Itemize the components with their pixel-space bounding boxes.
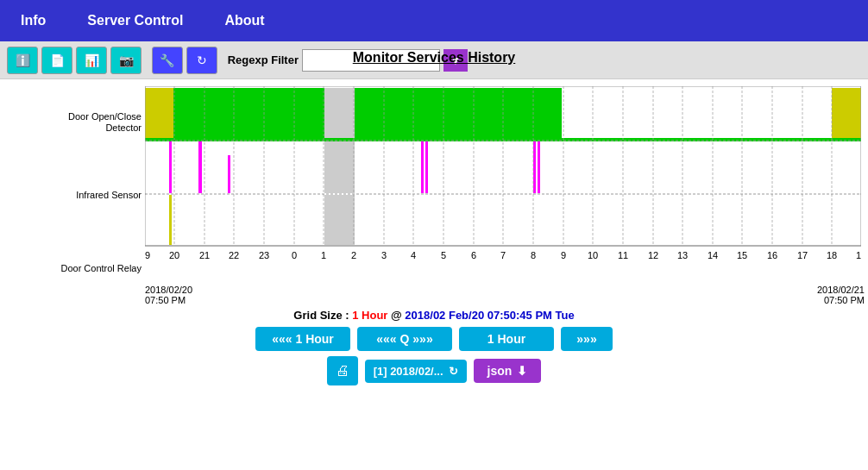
download-icon: ⬇ — [517, 364, 527, 378]
svg-text:8: 8 — [531, 250, 536, 260]
svg-rect-15 — [538, 141, 540, 193]
svg-text:15: 15 — [737, 250, 747, 260]
right-timestamp: 2018/02/2107:50 PM — [817, 285, 865, 305]
svg-text:22: 22 — [229, 250, 239, 260]
svg-text:16: 16 — [767, 250, 777, 260]
y-label-door-detector: Door Open/CloseDetector — [7, 99, 142, 147]
y-label-relay: Door Control Relay — [7, 245, 142, 292]
svg-text:11: 11 — [618, 250, 628, 260]
json-download-button[interactable]: json ⬇ — [474, 359, 542, 383]
svg-rect-19 — [169, 195, 172, 245]
grid-size-label: Grid Size : — [293, 309, 352, 322]
svg-text:6: 6 — [471, 250, 476, 260]
date-selector-button[interactable]: [1] 2018/02/... ↻ — [365, 360, 467, 383]
svg-text:5: 5 — [441, 250, 446, 260]
chart-area: 19 20 21 22 23 0 1 2 3 4 5 6 7 8 9 10 11 — [145, 86, 865, 305]
date-refresh-icon: ↻ — [449, 365, 458, 378]
svg-rect-16 — [324, 141, 355, 193]
nav-about[interactable]: About — [217, 9, 271, 32]
export-controls: 🖨 [1] 2018/02/... ↻ json ⬇ — [327, 356, 542, 385]
svg-text:4: 4 — [411, 250, 416, 260]
svg-rect-5 — [832, 88, 861, 138]
next-hour-label-button[interactable]: 1 Hour — [459, 327, 554, 351]
svg-text:12: 12 — [648, 250, 658, 260]
svg-text:17: 17 — [797, 250, 808, 260]
top-navigation: Info Server Control About — [0, 0, 868, 41]
nav-info[interactable]: Info — [14, 9, 53, 32]
svg-text:21: 21 — [199, 250, 210, 260]
svg-rect-11 — [228, 155, 230, 193]
print-button[interactable]: 🖨 — [327, 356, 358, 385]
json-label: json — [487, 364, 513, 378]
svg-rect-10 — [198, 141, 202, 193]
grid-size-value: 1 Hour — [352, 309, 387, 322]
svg-text:19: 19 — [856, 250, 861, 260]
svg-rect-4 — [355, 88, 527, 138]
svg-text:3: 3 — [381, 250, 387, 260]
date-selector-label: [1] 2018/02/... — [374, 365, 443, 378]
svg-text:20: 20 — [169, 250, 179, 260]
history-chart: 19 20 21 22 23 0 1 2 3 4 5 6 7 8 9 10 11 — [145, 86, 861, 280]
svg-text:14: 14 — [708, 250, 718, 260]
svg-text:1: 1 — [321, 250, 326, 260]
navigation-controls: ««« 1 Hour ««« Q »»» 1 Hour »»» — [255, 327, 613, 351]
svg-text:10: 10 — [588, 250, 598, 260]
y-label-infrared: Infrared Sensor — [7, 172, 142, 219]
svg-text:23: 23 — [259, 250, 269, 260]
svg-rect-9 — [169, 141, 172, 193]
zoom-button[interactable]: ««« Q »»» — [357, 327, 452, 351]
nav-server-control[interactable]: Server Control — [80, 9, 190, 32]
svg-rect-12 — [421, 141, 424, 193]
y-axis-labels: Door Open/CloseDetector Infrared Sensor … — [7, 86, 145, 305]
svg-text:18: 18 — [827, 250, 837, 260]
svg-text:13: 13 — [677, 250, 688, 260]
grid-size-info: Grid Size : 1 Hour @ 2018/02 Feb/20 07:5… — [293, 309, 574, 322]
left-timestamp: 2018/02/2007:50 PM — [145, 285, 192, 305]
grid-size-at: @ — [391, 309, 405, 322]
svg-rect-13 — [425, 141, 428, 193]
grid-size-datetime: 2018/02 Feb/20 07:50:45 PM Tue — [405, 309, 574, 322]
bottom-controls: Grid Size : 1 Hour @ 2018/02 Feb/20 07:5… — [0, 309, 868, 385]
svg-rect-3 — [324, 88, 355, 138]
prev-hour-button[interactable]: ««« 1 Hour — [255, 327, 350, 351]
svg-rect-1 — [145, 88, 173, 138]
page-title: Monitor Services History — [0, 50, 868, 66]
next-button[interactable]: »»» — [561, 327, 613, 351]
svg-text:19: 19 — [145, 250, 150, 260]
svg-text:9: 9 — [561, 250, 566, 260]
svg-rect-20 — [324, 195, 355, 245]
svg-text:0: 0 — [292, 250, 297, 260]
svg-text:2: 2 — [351, 250, 356, 260]
svg-text:7: 7 — [500, 250, 506, 260]
